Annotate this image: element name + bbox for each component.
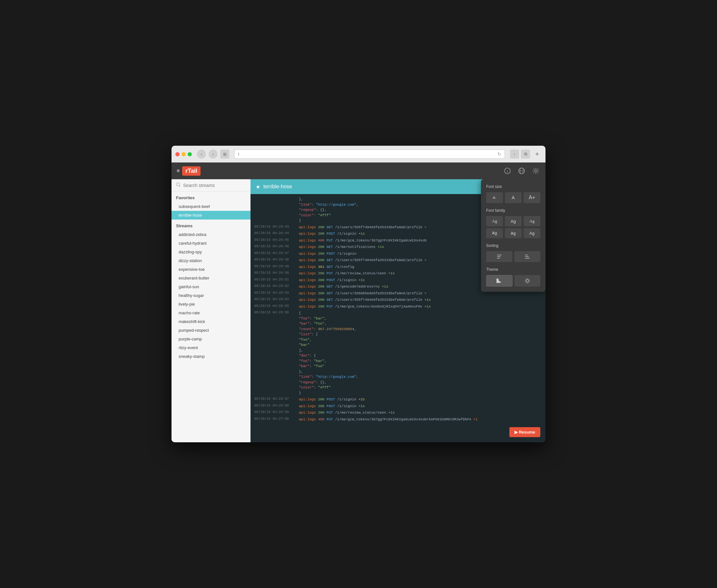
minimize-button[interactable]	[182, 152, 186, 156]
info-header-button[interactable]: i	[503, 166, 512, 175]
gear-header-button[interactable]	[531, 166, 540, 175]
sidebar-item-dizzy-station[interactable]: dizzy-station	[171, 256, 251, 265]
log-timestamp-13: 05/29/15 04:26:57	[251, 396, 296, 401]
sorting-label: Sorting	[486, 244, 540, 248]
font-size-label: Font size	[486, 184, 540, 189]
back-button[interactable]: ‹	[197, 150, 206, 159]
log-timestamp-12: 05/29/15 04:26:55	[251, 303, 296, 309]
sidebar-item-macho-rate[interactable]: macho-rate	[171, 309, 251, 317]
view-button[interactable]: ⊞	[220, 150, 229, 159]
theme-label: Theme	[486, 267, 540, 272]
header-icons: i	[503, 166, 540, 175]
close-button[interactable]	[175, 152, 180, 156]
log-line-11: api:logs 200 GET /1/users/555f7494e9fa35…	[296, 297, 546, 303]
favorites-label: Favorites	[171, 191, 251, 202]
log-entry-json-2: 05/29/15 04:26:56 { "foo": "bar", "bar":…	[251, 310, 546, 396]
log-entry-13: 05/29/15 04:26:57 api:logs 200 POST /1/s…	[251, 396, 546, 403]
sidebar-item-terrible-hose[interactable]: terrible-hose	[171, 211, 251, 219]
sidebar-item-makeshift-kick[interactable]: makeshift-kick	[171, 317, 251, 326]
sidebar: Favorites subsequent-beef terrible-hose …	[171, 179, 251, 442]
theme-controls	[486, 275, 540, 287]
log-timestamp	[251, 196, 296, 197]
info-icon: ℹ	[238, 152, 239, 156]
resume-button[interactable]: ▶ Resume	[509, 427, 540, 437]
streams-label: Streams	[171, 219, 251, 230]
sidebar-item-sneaky-stamp[interactable]: sneaky-stamp	[171, 352, 251, 361]
svg-line-19	[526, 279, 526, 279]
sidebar-item-dazzling-spy[interactable]: dazzling-spy	[171, 248, 251, 256]
theme-light-button[interactable]	[514, 275, 540, 287]
sidebar-item-careful-hydrant[interactable]: careful-hydrant	[171, 239, 251, 248]
new-tab-button[interactable]: +	[533, 150, 542, 159]
sorting-desc-button[interactable]	[514, 251, 540, 262]
sidebar-item-subsequent-beef[interactable]: subsequent-beef	[171, 202, 251, 211]
sorting-asc-button[interactable]	[486, 251, 512, 262]
log-entry-11: 05/29/15 04:26:54 api:logs 200 GET /1/us…	[251, 297, 546, 303]
share-button[interactable]: ↑	[510, 150, 519, 159]
svg-line-7	[179, 186, 181, 187]
font-size-increase-button[interactable]: A+	[524, 192, 540, 203]
font-family-label: Font family	[486, 208, 540, 213]
log-line-15: api:logs 200 PUT /1/me/review_status/see…	[296, 410, 546, 416]
log-timestamp-9: 05/29/15 04:26:52	[251, 284, 296, 289]
font-family-controls: Ag Ag Ag Ag Ag Ag	[486, 216, 540, 238]
settings-popup: Font size A- A A+ Font family Ag Ag Ag A…	[481, 179, 546, 292]
address-bar: ℹ ↻	[234, 150, 505, 159]
search-bar	[171, 179, 251, 191]
log-line-14: api:logs 200 POST /1/signin +1s	[296, 403, 546, 410]
main-layout: Favorites subsequent-beef terrible-hose …	[171, 179, 546, 442]
svg-line-21	[529, 279, 529, 279]
font-size-normal-button[interactable]: A	[505, 192, 522, 203]
log-timestamp-0: 05/29/15 04:26:43	[251, 224, 296, 229]
app-logo[interactable]: rTail	[182, 166, 201, 176]
font-family-btn-3[interactable]: Ag	[486, 228, 503, 238]
log-timestamp-3: 05/29/15 04:26:46	[251, 244, 296, 249]
log-timestamp-2: 05/29/15 04:26:45	[251, 237, 296, 243]
maximize-button[interactable]	[188, 152, 192, 156]
svg-text:i: i	[507, 169, 508, 173]
sidebar-item-expensive-toe[interactable]: expensive-toe	[171, 265, 251, 274]
sidebar-item-exuberant-butter[interactable]: exuberant-butter	[171, 274, 251, 282]
font-family-btn-2[interactable]: Ag	[524, 216, 540, 226]
globe-header-button[interactable]	[517, 166, 526, 175]
log-entry-12: 05/29/15 04:26:55 api:logs 200 PUT /1/me…	[251, 303, 546, 310]
reload-icon[interactable]: ↻	[498, 151, 501, 157]
sidebar-item-ritzy-event[interactable]: ritzy-event	[171, 343, 251, 352]
sidebar-item-healthy-sugar[interactable]: healthy-sugar	[171, 291, 251, 300]
search-input[interactable]	[183, 183, 246, 188]
log-timestamp-15: 05/29/15 04:26:59	[251, 410, 296, 415]
app-header: ≡ rTail i	[171, 163, 546, 179]
font-family-btn-1[interactable]: Ag	[505, 216, 522, 226]
browser-actions: ↑ ⧉	[510, 150, 530, 159]
svg-point-14	[526, 279, 529, 282]
new-window-button[interactable]: ⧉	[521, 150, 530, 159]
stream-star-icon[interactable]: ★	[256, 184, 260, 190]
log-entry-14: 05/29/15 04:26:58 api:logs 200 POST /1/s…	[251, 403, 546, 410]
app-content: ≡ rTail i	[171, 163, 546, 442]
sidebar-item-gainful-sun[interactable]: gainful-sun	[171, 282, 251, 291]
sidebar-item-addicted-zebra[interactable]: addicted-zebra	[171, 230, 251, 239]
log-timestamp-4: 05/29/15 04:26:47	[251, 251, 296, 256]
stream-title: terrible-hose	[263, 184, 516, 190]
log-timestamp-11: 05/29/15 04:26:54	[251, 297, 296, 302]
font-size-controls: A- A A+	[486, 192, 540, 203]
font-family-btn-4[interactable]: Ag	[505, 228, 522, 238]
log-timestamp-json-2: 05/29/15 04:26:56	[251, 310, 296, 315]
log-timestamp-16: 05/29/15 04:27:00	[251, 416, 296, 421]
font-family-btn-0[interactable]: Ag	[486, 216, 503, 226]
log-line-16: api:logs 400 PUT /1/me/gcm_tokens/3G7ggY…	[296, 416, 546, 423]
sorting-controls	[486, 251, 540, 262]
log-line-json-2: { "foo": "bar", "bar": "foo", "count": 9…	[296, 310, 546, 396]
forward-button[interactable]: ›	[209, 150, 218, 159]
font-size-decrease-button[interactable]: A-	[486, 192, 503, 203]
log-timestamp-10: 05/29/15 04:26:53	[251, 290, 296, 295]
address-input[interactable]	[241, 152, 495, 156]
hamburger-icon[interactable]: ≡	[177, 168, 180, 174]
log-entry-15: 05/29/15 04:26:59 api:logs 200 PUT /1/me…	[251, 410, 546, 416]
traffic-lights	[175, 152, 192, 156]
font-family-btn-5[interactable]: Ag	[524, 228, 540, 238]
sidebar-item-pumped-respect[interactable]: pumped-respect	[171, 326, 251, 335]
sidebar-item-purple-camp[interactable]: purple-camp	[171, 335, 251, 343]
sidebar-item-lively-pie[interactable]: lively-pie	[171, 300, 251, 309]
theme-dark-button[interactable]	[486, 275, 513, 287]
